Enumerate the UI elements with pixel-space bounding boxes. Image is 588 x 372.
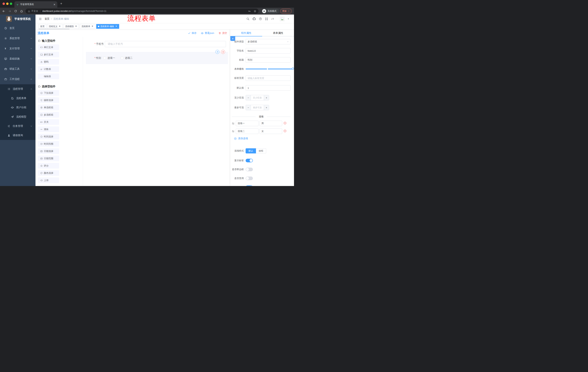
- form-canvas[interactable]: *手机号 请输入手机号 *性别 选项一选项二: [83, 37, 230, 186]
- toggle-switch-on[interactable]: [246, 185, 253, 186]
- min-select-input[interactable]: [251, 95, 264, 100]
- sidebar-item-工作流程[interactable]: 工作流程: [0, 74, 35, 84]
- sidebar-item-首页[interactable]: 首页: [0, 23, 35, 33]
- style-option-默认[interactable]: 默认: [246, 148, 256, 153]
- component-计数器[interactable]: 123计数器: [38, 66, 59, 72]
- drag-handle-icon[interactable]: [232, 122, 234, 125]
- sidebar-item-任务管理[interactable]: 任务管理: [0, 121, 35, 131]
- save-button[interactable]: 保存: [188, 32, 197, 35]
- title-input[interactable]: [246, 57, 291, 63]
- stepper-minus-button[interactable]: −: [246, 105, 251, 110]
- tags-scrollbar[interactable]: [39, 29, 70, 29]
- component-级联选择[interactable]: 级联选择: [38, 97, 59, 103]
- option-value-input[interactable]: [260, 121, 282, 126]
- github-icon[interactable]: [252, 17, 256, 21]
- component-评分[interactable]: 评分: [38, 163, 59, 169]
- fullscreen-icon[interactable]: [265, 18, 268, 20]
- browser-tab[interactable]: 芋道管理系统 ✕: [14, 1, 57, 8]
- breadcrumb-home[interactable]: 首页: [45, 17, 50, 21]
- tag-close-icon[interactable]: ✕: [58, 25, 61, 28]
- option-label-input[interactable]: [236, 128, 259, 134]
- gender-field-block-selected[interactable]: *性别 选项一选项二: [86, 52, 228, 64]
- tab-component-props[interactable]: 组件属性: [230, 30, 262, 36]
- sidebar-item-支付管理[interactable]: ¥支付管理: [0, 43, 35, 54]
- address-bar[interactable]: 不安全 dashboard.yudao.iocoder.cn/bpm/manag…: [25, 9, 259, 14]
- gender-option-选项一[interactable]: 选项一: [103, 56, 115, 60]
- style-option-按钮[interactable]: 按钮: [256, 148, 266, 153]
- tab-close-icon[interactable]: ✕: [53, 3, 55, 6]
- remove-option-button[interactable]: [284, 129, 286, 133]
- help-icon[interactable]: [259, 17, 262, 20]
- tag-close-icon[interactable]: ✕: [91, 25, 94, 28]
- component-单选框组[interactable]: 单选框组: [38, 105, 59, 110]
- field-name-input[interactable]: [246, 48, 291, 53]
- sidebar-item-研发工具[interactable]: 研发工具: [0, 64, 35, 74]
- component-密码[interactable]: 密码: [38, 59, 59, 65]
- default-value-input[interactable]: [246, 85, 291, 91]
- component-上传[interactable]: 上传: [38, 177, 59, 183]
- sidebar-item-用户分组[interactable]: 用户分组: [0, 103, 35, 112]
- forward-icon[interactable]: [8, 10, 11, 13]
- max-select-input[interactable]: [251, 105, 264, 110]
- tag-流程表单[interactable]: 流程表单✕: [80, 24, 95, 29]
- component-多行文本[interactable]: 多行文本: [38, 52, 59, 57]
- phone-field-row[interactable]: *手机号 请输入手机号: [83, 41, 230, 47]
- bookmark-star-icon[interactable]: [254, 10, 256, 12]
- avatar-caret-icon[interactable]: [287, 18, 289, 20]
- delete-component-button[interactable]: [221, 50, 225, 54]
- stepper-plus-button[interactable]: +: [264, 105, 269, 110]
- window-close-button[interactable]: [2, 2, 5, 5]
- browser-menu-icon[interactable]: [288, 10, 290, 12]
- tag-close-icon[interactable]: ✕: [115, 25, 117, 28]
- tag-close-icon[interactable]: ✕: [75, 25, 77, 28]
- sidebar-item-请假查询[interactable]: 请假查询: [0, 131, 35, 140]
- component-type-select[interactable]: 多选框组: [246, 39, 291, 44]
- option-label-input[interactable]: [236, 121, 259, 126]
- home-icon[interactable]: [20, 10, 23, 13]
- tag-流程模型[interactable]: 流程模型✕: [63, 24, 79, 29]
- drag-handle-icon[interactable]: [232, 130, 234, 133]
- component-多选框组[interactable]: 多选框组: [38, 112, 59, 117]
- toggle-switch-on[interactable]: [246, 159, 253, 162]
- reload-icon[interactable]: [14, 10, 17, 12]
- gender-option-选项二[interactable]: 选项二: [121, 56, 132, 60]
- component-时间选择[interactable]: 时间选择: [38, 134, 59, 139]
- checkbox-box[interactable]: [121, 57, 123, 59]
- window-zoom-button[interactable]: [10, 2, 12, 5]
- tag-流程表单-编辑[interactable]: 流程表单-编辑✕: [96, 24, 119, 29]
- add-option-button[interactable]: 添加选项: [234, 137, 291, 140]
- window-minimize-button[interactable]: [6, 2, 9, 5]
- new-tab-button[interactable]: +: [60, 2, 62, 6]
- component-下拉选择[interactable]: 下拉选择: [38, 90, 59, 96]
- view-json-button[interactable]: 查看json: [201, 32, 214, 35]
- component-时间范围[interactable]: 时间范围: [38, 141, 59, 147]
- password-key-icon[interactable]: [248, 10, 251, 12]
- component-日期选择[interactable]: 日期选择: [38, 148, 59, 154]
- toggle-switch-off[interactable]: [246, 177, 253, 180]
- sidebar-item-系统管理[interactable]: 系统管理: [0, 33, 35, 43]
- browser-update-button[interactable]: 更新: [280, 9, 292, 14]
- checkbox-box[interactable]: [103, 57, 106, 59]
- component-开关[interactable]: 开关: [38, 119, 59, 125]
- label-width-input[interactable]: [246, 75, 291, 81]
- sidebar-fold-icon[interactable]: [39, 18, 42, 20]
- sidebar-item-流程管理[interactable]: 流程管理: [0, 84, 35, 94]
- toggle-switch-off[interactable]: [246, 168, 253, 171]
- component-颜色选择[interactable]: 颜色选择: [38, 170, 59, 176]
- tag-首页[interactable]: 首页: [39, 24, 46, 29]
- stepper-minus-button[interactable]: −: [246, 95, 251, 100]
- stepper-plus-button[interactable]: +: [264, 95, 269, 100]
- remove-option-button[interactable]: [284, 122, 286, 125]
- search-icon[interactable]: [246, 17, 249, 20]
- component-单行文本[interactable]: 单行文本: [38, 44, 59, 50]
- font-size-icon[interactable]: TT: [271, 17, 274, 21]
- back-icon[interactable]: [2, 10, 5, 13]
- avatar[interactable]: [280, 17, 284, 21]
- component-编辑器[interactable]: 编辑器: [38, 74, 59, 79]
- sidebar-item-流程模型[interactable]: 流程模型: [0, 112, 35, 121]
- slider-knob[interactable]: [292, 67, 294, 70]
- tag-流程定义[interactable]: 流程定义✕: [47, 24, 63, 29]
- copy-component-button[interactable]: [215, 50, 220, 54]
- component-日期范围[interactable]: 日期范围: [38, 156, 59, 161]
- phone-field-input[interactable]: 请输入手机号: [105, 41, 226, 47]
